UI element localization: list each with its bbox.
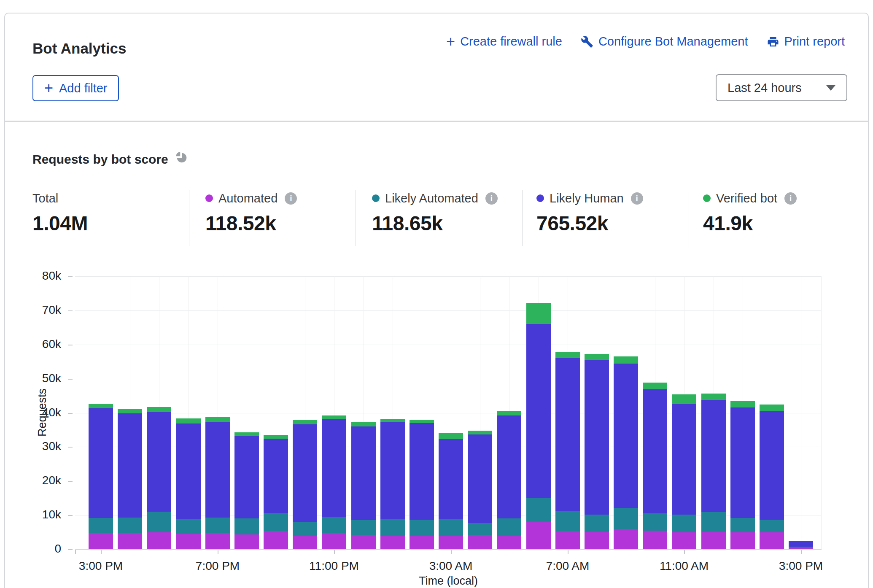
configure-bot-management-link[interactable]: Configure Bot Management [581,35,748,49]
bar-segment[interactable] [234,518,259,534]
bar-segment[interactable] [380,536,405,549]
bar-segment[interactable] [380,519,405,536]
bar-segment[interactable] [526,324,551,498]
bar-segment[interactable] [468,434,492,523]
bar-segment[interactable] [234,432,259,436]
bar-segment[interactable] [118,409,142,413]
bar-segment[interactable] [118,413,142,518]
bar-segment[interactable] [760,411,784,519]
bar-segment[interactable] [176,519,201,534]
bar-segment[interactable] [701,512,726,532]
bar-segment[interactable] [701,400,726,512]
create-firewall-rule-link[interactable]: + Create firewall rule [446,35,562,49]
info-icon[interactable]: i [285,192,297,205]
bar-segment[interactable] [789,547,813,548]
bar-segment[interactable] [89,408,113,518]
bar-segment[interactable] [264,439,288,513]
bar-segment[interactable] [176,423,201,519]
bar-segment[interactable] [555,358,580,511]
bar-segment[interactable] [468,431,492,435]
bar-segment[interactable] [439,536,463,549]
bar-segment[interactable] [643,389,667,513]
bar-segment[interactable] [585,532,609,549]
bar-segment[interactable] [293,522,317,536]
bar-segment[interactable] [147,407,171,412]
info-icon[interactable]: i [784,192,797,205]
bar-segment[interactable] [118,518,142,533]
bar-segment[interactable] [643,513,667,530]
bar-segment[interactable] [205,422,230,518]
bar-segment[interactable] [380,419,405,422]
info-icon[interactable]: i [631,192,643,205]
bar-segment[interactable] [497,536,521,549]
bar-segment[interactable] [643,531,667,549]
bar-segment[interactable] [380,422,405,519]
bar-segment[interactable] [760,532,784,549]
bar-segment[interactable] [147,412,171,512]
bar-segment[interactable] [789,541,813,541]
bar-segment[interactable] [497,518,521,535]
bar-segment[interactable] [585,360,609,515]
bar-segment[interactable] [322,419,346,517]
bar-segment[interactable] [555,531,580,549]
bar-segment[interactable] [614,508,638,529]
bar-segment[interactable] [497,415,521,518]
bar-segment[interactable] [410,536,434,549]
bar-segment[interactable] [205,533,230,549]
bar-segment[interactable] [118,533,142,549]
bar-segment[interactable] [264,531,288,549]
bar-segment[interactable] [351,426,376,520]
bar-segment[interactable] [672,394,696,404]
bar-segment[interactable] [351,422,376,426]
bar-segment[interactable] [526,498,551,522]
bar-segment[interactable] [351,535,376,549]
bar-segment[interactable] [410,423,434,520]
bar-segment[interactable] [789,541,813,547]
bar-segment[interactable] [585,515,609,532]
bar-segment[interactable] [468,535,492,549]
bar-segment[interactable] [176,534,201,549]
bar-segment[interactable] [89,533,113,549]
time-range-select[interactable]: Last 24 hours [716,74,847,101]
bar-segment[interactable] [293,536,317,549]
bar-segment[interactable] [234,534,259,549]
bar-segment[interactable] [730,401,755,407]
bar-segment[interactable] [322,415,346,419]
bar-segment[interactable] [147,512,171,532]
bar-segment[interactable] [234,436,259,519]
bar-segment[interactable] [585,354,609,360]
bar-segment[interactable] [555,352,580,359]
bar-segment[interactable] [264,513,288,531]
bar-segment[interactable] [526,522,551,549]
bar-segment[interactable] [351,520,376,535]
print-report-link[interactable]: Print report [767,35,845,49]
bar-segment[interactable] [672,532,696,549]
bar-segment[interactable] [614,529,638,549]
bar-segment[interactable] [322,533,346,549]
info-icon[interactable]: i [485,192,498,205]
bar-segment[interactable] [89,404,113,409]
bar-segment[interactable] [439,439,463,519]
bar-segment[interactable] [439,433,463,439]
bar-segment[interactable] [672,515,696,532]
bar-segment[interactable] [730,518,755,532]
bar-segment[interactable] [468,523,492,535]
bar-segment[interactable] [293,424,317,522]
bar-segment[interactable] [701,394,726,400]
bar-segment[interactable] [89,518,113,533]
bar-segment[interactable] [293,420,317,424]
bar-segment[interactable] [526,303,551,324]
bar-segment[interactable] [205,518,230,533]
bar-segment[interactable] [205,417,230,422]
bar-segment[interactable] [760,405,784,411]
bar-segment[interactable] [730,532,755,549]
bar-segment[interactable] [322,517,346,533]
bar-segment[interactable] [614,356,638,364]
bar-segment[interactable] [410,520,434,536]
bar-segment[interactable] [264,435,288,439]
bar-segment[interactable] [614,364,638,508]
bar-segment[interactable] [497,411,521,415]
bar-segment[interactable] [439,519,463,536]
bar-segment[interactable] [730,407,755,518]
bar-segment[interactable] [760,520,784,533]
